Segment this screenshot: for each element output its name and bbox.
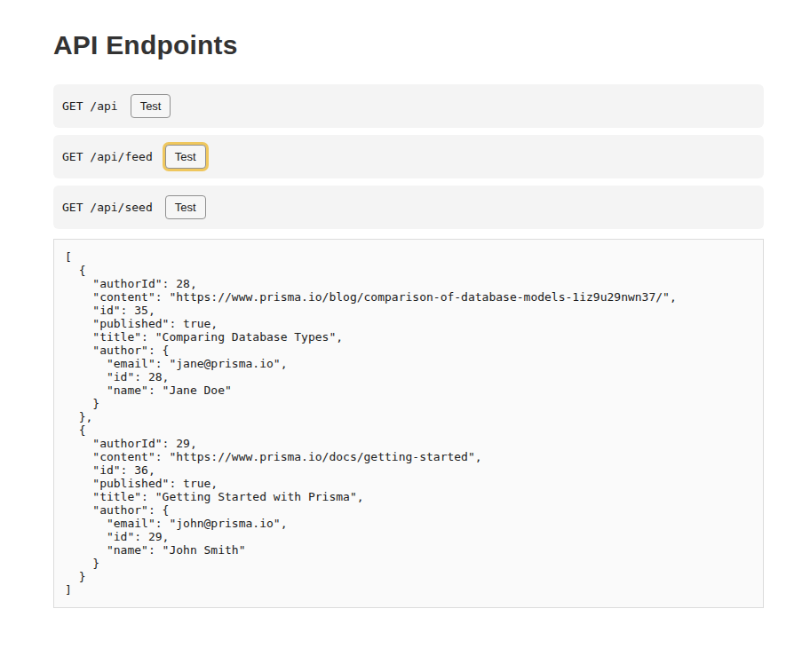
- endpoint-label-api-seed: GET /api/seed: [62, 201, 153, 214]
- test-button-api-seed[interactable]: Test: [165, 195, 206, 219]
- page: API Endpoints GET /api Test GET /api/fee…: [0, 0, 802, 644]
- endpoint-row-api-seed: GET /api/seed Test: [53, 186, 764, 229]
- endpoint-path: /api: [90, 99, 117, 113]
- endpoint-row-api: GET /api Test: [53, 84, 764, 128]
- endpoint-method: GET: [62, 150, 83, 163]
- endpoint-label-api-feed: GET /api/feed: [62, 150, 153, 163]
- endpoint-row-api-feed: GET /api/feed Test: [53, 135, 764, 178]
- test-button-api-feed[interactable]: Test: [165, 145, 206, 169]
- endpoint-method: GET: [62, 201, 83, 214]
- test-button-api[interactable]: Test: [131, 94, 171, 118]
- endpoint-method: GET: [62, 99, 83, 113]
- endpoint-path: /api/feed: [90, 150, 152, 163]
- endpoint-path: /api/seed: [90, 201, 152, 214]
- response-output: [ { "authorId": 28, "content": "https://…: [53, 239, 764, 608]
- page-title: API Endpoints: [53, 29, 764, 60]
- endpoint-label-api: GET /api: [62, 99, 118, 113]
